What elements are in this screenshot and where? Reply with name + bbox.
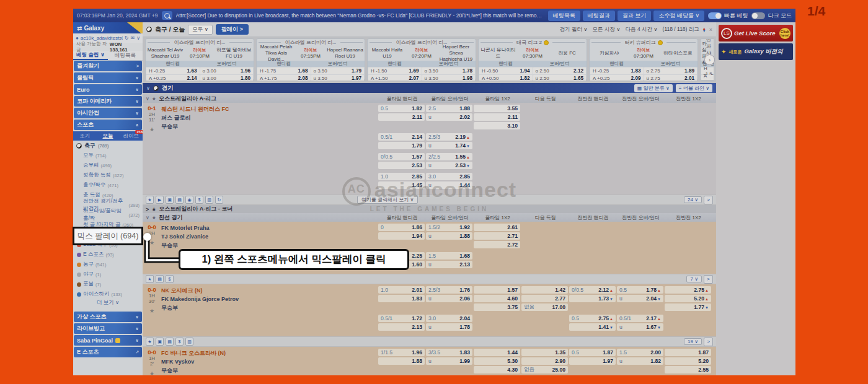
ball-icon[interactable]: ◉ — [185, 196, 193, 204]
sidebar-accordion-olympics[interactable]: 올림픽∨ — [74, 72, 142, 83]
live-score-banner[interactable]: LS Get Live Score Click here! — [719, 25, 793, 41]
odds-cell[interactable]: 3.10 — [474, 122, 520, 129]
odds-cell[interactable]: 2.11 — [474, 113, 520, 121]
grid-icon[interactable]: ▤ — [156, 275, 164, 283]
topbar-button[interactable]: 베팅결과 — [583, 11, 615, 21]
sidebar-accordion-esports[interactable]: E 스포츠↗ — [74, 347, 142, 357]
sidebar-accordion-sports[interactable]: 스포츠∧ — [74, 120, 142, 130]
odds-cell[interactable]: 1/1.51.96 — [378, 349, 425, 356]
odds-cell[interactable]: 1.94 — [378, 232, 425, 240]
odds-cell[interactable]: 2.11 — [378, 113, 425, 121]
odds-cell[interactable]: 없음25.00 — [521, 366, 568, 373]
parlay-button[interactable]: 팔레이 > — [216, 24, 249, 35]
market-count-dropdown[interactable]: 24 ∨ — [684, 196, 702, 203]
odds-cell[interactable]: 01.86 — [378, 224, 425, 231]
sidebar-item[interactable]: 하프타임/풀타임 홀/짝(372) — [73, 210, 143, 220]
odds-cell[interactable]: 1.41▼ — [569, 323, 616, 331]
star-icon[interactable]: ★ — [152, 215, 156, 220]
odds-cell[interactable]: 2/2.51.55▲ — [426, 153, 472, 160]
galaxy-version-banner[interactable]: ✦ 새로운 Galaxy 버전의 — [719, 43, 793, 60]
favorite-star-icon[interactable]: ★ — [143, 370, 161, 375]
odds-cell[interactable]: u1.44 — [426, 181, 472, 189]
odds-cell[interactable]: u2.06 — [426, 295, 472, 302]
time-tab-live[interactable]: 라이브158 — [120, 133, 143, 140]
chevron-down-icon[interactable]: ∨ — [136, 35, 140, 41]
odds-cell[interactable]: u 2.501.65 — [533, 75, 587, 81]
odds-cell[interactable]: 5.20 — [665, 357, 711, 365]
section-header[interactable]: ∨★오스트레일리아 A-리그풀타임 핸디캡풀타임 오버/언더풀타임 1X2다음 … — [143, 94, 716, 103]
dark-mode-toggle[interactable]: 다크 모드 — [751, 12, 792, 20]
filter-chip[interactable]: (118 / 118) 리그 — [663, 26, 699, 33]
odds-cell[interactable]: 1.44 — [474, 349, 520, 356]
next-page-button[interactable]: > — [704, 275, 713, 284]
topbar-button[interactable]: 베팅목록 — [548, 11, 580, 21]
odds-cell[interactable]: H -0.501.94 — [479, 68, 533, 74]
odds-cell[interactable]: 1.45 — [378, 181, 425, 189]
odds-cell[interactable]: 1.83 — [378, 295, 425, 302]
star-icon[interactable]: ★ — [146, 338, 154, 346]
filter-chip[interactable]: 다음 4 시간 ∨ — [626, 26, 658, 33]
odds-cell[interactable]: o 2.751.89 — [644, 68, 698, 74]
chart-icon[interactable]: ▥ — [185, 338, 193, 346]
odds-cell[interactable]: H -0.251.63 — [146, 68, 200, 74]
sidebar-accordion-virtual-sports[interactable]: 가상 스포츠∨ — [74, 312, 142, 322]
odds-cell[interactable]: 1.5/21.92 — [426, 224, 472, 231]
collapse-chevron-icon[interactable]: ∨ — [146, 215, 149, 220]
sidebar-accordion-euro[interactable]: Euro∨ — [74, 84, 142, 95]
star-icon[interactable]: ★ — [146, 275, 154, 283]
refresh-icon[interactable]: ↻ — [215, 196, 223, 204]
sidebar-item[interactable]: 풋볼(7) — [73, 279, 143, 289]
odds-cell[interactable]: u 2.752.01 — [644, 75, 698, 81]
tab-bet-slip[interactable]: 베팅 슬립 ∨ — [73, 51, 108, 60]
odds-cell[interactable]: A +1.502.07 — [368, 75, 422, 81]
odds-cell[interactable]: o 3.501.78 — [422, 68, 476, 74]
odds-cell[interactable]: 2.77 — [521, 295, 568, 302]
odds-cell[interactable]: 0.51.78▲ — [617, 286, 663, 294]
odds-cell[interactable]: 1.73▼ — [569, 295, 616, 302]
league-dropdown[interactable]: 모두 ∨ — [188, 25, 213, 35]
odds-cell[interactable]: 4.60 — [474, 295, 520, 302]
collapse-chevron-icon[interactable]: ∨ — [146, 85, 150, 91]
odds-cell[interactable]: 3.75 — [474, 303, 520, 311]
close-icon[interactable]: × — [709, 27, 712, 33]
star-icon[interactable]: ★ — [146, 196, 154, 204]
odds-cell[interactable]: u1.82 — [617, 357, 663, 365]
odds-cell[interactable]: u1.88 — [426, 232, 472, 240]
odds-cell[interactable]: 0/0.52.12▲ — [569, 286, 616, 294]
odds-cell[interactable]: 1.02.85 — [378, 173, 425, 180]
odds-cell[interactable]: 1.77▼ — [665, 303, 711, 311]
odds-cell[interactable]: 2.90 — [521, 357, 568, 365]
refresh-icon[interactable]: ↻ — [125, 35, 129, 41]
odds-cell[interactable]: 2.72 — [474, 241, 520, 248]
market-count-dropdown[interactable]: 19 ∨ — [684, 338, 702, 345]
section-header-collapsed[interactable]: >★오스트레일리아 A-리그 - 코너 — [143, 205, 716, 213]
odds-cell[interactable]: H -1.751.68 — [257, 68, 311, 74]
brand-bar[interactable]: ⇄ Galaxy — [73, 22, 143, 33]
filter-chip[interactable]: 경기 필터 ∨ — [560, 26, 588, 33]
next-page-button[interactable]: > — [704, 196, 713, 204]
market-count-dropdown[interactable]: 7 ∨ — [686, 276, 702, 282]
odds-cell[interactable]: 0.51.87 — [569, 349, 616, 356]
odds-cell[interactable]: A +0.501.82 — [479, 75, 533, 81]
section-header[interactable]: ∨★친선 경기풀타임 핸디캡풀타임 오버/언더풀타임 1X2다음 득점전반전 핸… — [143, 213, 716, 222]
odds-cell[interactable]: 없음17.00 — [521, 303, 568, 311]
odds-cell[interactable]: 1.52.00 — [617, 349, 663, 356]
odds-cell[interactable]: H -0.251.83 — [590, 68, 644, 74]
topbar-button[interactable]: 결과 보기 — [618, 11, 652, 21]
tab-bet-list[interactable]: 베팅목록 — [108, 51, 143, 60]
odds-cell[interactable]: u 3.501.98 — [422, 75, 476, 81]
odds-cell[interactable]: 5.30 — [474, 357, 520, 365]
favorite-star-icon[interactable]: ★ — [143, 308, 161, 314]
quick-bet-toggle[interactable]: 빠른 베팅 — [708, 12, 748, 20]
odds-cell[interactable]: 4.30 — [474, 366, 520, 373]
sidebar-item[interactable]: 아이스하키(133) — [73, 289, 143, 299]
odds-cell[interactable]: 2.61 — [474, 224, 520, 231]
favorite-star-icon[interactable]: ★ — [143, 126, 161, 133]
odds-cell[interactable]: 2.51.88 — [426, 105, 472, 112]
odds-cell[interactable]: u1.74▼ — [426, 142, 472, 149]
sidebar-item-soccer[interactable]: 축구 (789) — [73, 141, 143, 151]
sidebar-accordion-live-bingo[interactable]: 라이브빙고∨ — [74, 323, 142, 334]
view-mode-chip[interactable]: ▦ 일반 분류 ∨ — [634, 84, 673, 92]
odds-cell[interactable]: o 2.502.12 — [533, 68, 587, 74]
odds-cell[interactable]: 1.02.01 — [378, 286, 425, 294]
